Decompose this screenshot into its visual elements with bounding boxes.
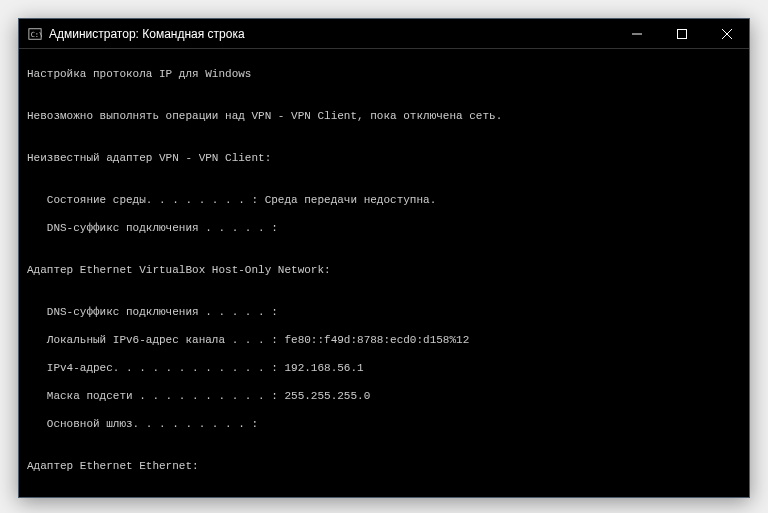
titlebar[interactable]: C:\ Администратор: Командная строка xyxy=(19,19,749,49)
output-line: Невозможно выполнять операции над VPN - … xyxy=(27,109,741,123)
output-line: DNS-суффикс подключения . . . . . : xyxy=(27,305,741,319)
svg-rect-3 xyxy=(677,29,686,38)
terminal-output[interactable]: Настройка протокола IP для Windows Невоз… xyxy=(19,49,749,497)
output-line: Состояние среды. . . . . . . . : Среда п… xyxy=(27,193,741,207)
window-title: Администратор: Командная строка xyxy=(49,27,614,41)
output-line: IPv4-адрес. . . . . . . . . . . . : 192.… xyxy=(27,361,741,375)
svg-text:C:\: C:\ xyxy=(31,30,42,38)
maximize-button[interactable] xyxy=(659,19,704,48)
minimize-button[interactable] xyxy=(614,19,659,48)
close-button[interactable] xyxy=(704,19,749,48)
command-prompt-window: C:\ Администратор: Командная строка Наст… xyxy=(18,18,750,498)
output-line: DNS-суффикс подключения . . . . . : xyxy=(27,221,741,235)
output-line: Адаптер Ethernet VirtualBox Host-Only Ne… xyxy=(27,263,741,277)
window-controls xyxy=(614,19,749,48)
output-line: Адаптер Ethernet Ethernet: xyxy=(27,459,741,473)
cmd-icon: C:\ xyxy=(27,26,43,42)
output-line: Локальный IPv6-адрес канала . . . : fe80… xyxy=(27,333,741,347)
output-line: Настройка протокола IP для Windows xyxy=(27,67,741,81)
output-line: Неизвестный адаптер VPN - VPN Client: xyxy=(27,151,741,165)
output-line: Маска подсети . . . . . . . . . . : 255.… xyxy=(27,389,741,403)
output-line: Основной шлюз. . . . . . . . . : xyxy=(27,417,741,431)
